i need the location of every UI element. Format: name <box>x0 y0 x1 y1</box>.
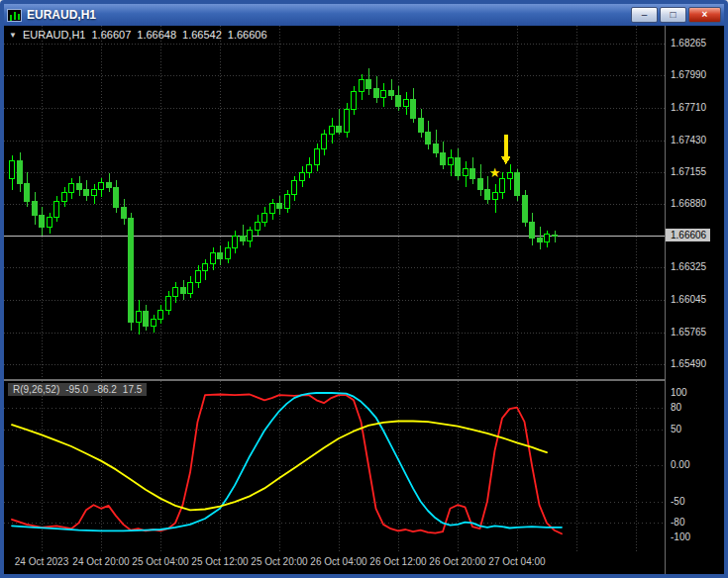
window-title: EURAUD,H1 <box>27 8 96 22</box>
grid-layer <box>4 381 665 551</box>
price-axis-label: 1.65490 <box>666 358 706 369</box>
price-axis-label: 1.65765 <box>666 327 706 337</box>
high-value: 1.66648 <box>137 29 176 41</box>
indicator-line-red <box>12 395 562 534</box>
main-price-pane[interactable]: ★ ▼ EURAUD,H1 1.66607 1.66648 1.66542 1.… <box>4 26 665 379</box>
indicator-line-cyan <box>12 393 562 530</box>
oscillator-axis-label: -80 <box>666 517 684 528</box>
price-axis-label: 1.67430 <box>666 135 706 145</box>
close-value: 1.66606 <box>228 29 267 41</box>
time-axis-label: 26 Oct 12:00 <box>369 556 426 567</box>
terminal-chart-window: EURAUD,H1 – □ × ★ ▼ EURAUD,H1 1.66607 1.… <box>0 0 728 578</box>
price-axis-label: 1.67155 <box>666 166 706 177</box>
indicator-value-1: -95.0 <box>65 384 88 395</box>
symbol-ohlc-label: ▼ EURAUD,H1 1.66607 1.66648 1.66542 1.66… <box>9 29 267 41</box>
close-button[interactable]: × <box>688 7 721 23</box>
symbol-period-label: EURAUD,H1 <box>23 29 86 41</box>
candlestick-chart: ★ <box>4 26 665 379</box>
open-value: 1.66607 <box>92 29 132 41</box>
indicator-value-3: 17.5 <box>123 384 142 395</box>
indicator-value-2: -86.2 <box>94 384 117 395</box>
oscillator-axis-label: 0.00 <box>666 459 689 470</box>
price-axis-label: 1.67710 <box>666 102 706 113</box>
price-axis-label: 1.68265 <box>666 38 706 48</box>
low-value: 1.66542 <box>182 29 222 41</box>
time-axis[interactable]: 24 Oct 202324 Oct 20:0025 Oct 04:0025 Oc… <box>4 551 665 574</box>
time-axis-label: 26 Oct 04:00 <box>310 556 366 567</box>
chevron-down-icon[interactable]: ▼ <box>9 31 17 40</box>
time-axis-label: 25 Oct 12:00 <box>191 556 248 567</box>
indicator-name: R(9,26,52) <box>13 384 59 395</box>
yellow-star[interactable]: ★ <box>489 165 501 180</box>
yellow-down-arrow[interactable] <box>501 135 511 164</box>
price-axis-label: 1.66880 <box>666 198 706 209</box>
time-axis-label: 24 Oct 20:00 <box>72 556 129 567</box>
minimize-button[interactable]: – <box>631 7 658 23</box>
oscillator-axis-label: 80 <box>666 402 681 413</box>
chart-window-icon <box>7 9 22 22</box>
price-axis-label: 1.67990 <box>666 69 706 80</box>
indicator-label: R(9,26,52) -95.0 -86.2 17.5 <box>8 383 147 396</box>
oscillator-axis-label: -100 <box>666 531 690 542</box>
price-axis-label: 1.66325 <box>666 261 706 272</box>
grid-layer <box>4 26 665 379</box>
time-axis-label: 27 Oct 04:00 <box>488 556 545 567</box>
oscillator-axis-label: 50 <box>666 424 681 434</box>
price-axis[interactable]: 1.66606 1.682651.679901.677101.674301.67… <box>665 26 724 574</box>
time-axis-label: 24 Oct 2023 <box>15 556 68 567</box>
price-axis-label: 1.66045 <box>666 294 706 305</box>
current-price-label: 1.66606 <box>666 229 710 241</box>
window-controls: – □ × <box>631 7 721 23</box>
oscillator-axis-label: -50 <box>666 496 684 507</box>
time-axis-label: 25 Oct 04:00 <box>132 556 188 567</box>
chart-area: ★ ▼ EURAUD,H1 1.66607 1.66648 1.66542 1.… <box>4 26 724 574</box>
maximize-button[interactable]: □ <box>660 7 686 23</box>
oscillator-axis-label: 100 <box>666 387 687 398</box>
titlebar[interactable]: EURAUD,H1 – □ × <box>4 4 724 26</box>
time-axis-label: 25 Oct 20:00 <box>251 556 307 567</box>
time-axis-label: 26 Oct 20:00 <box>429 556 485 567</box>
oscillator-chart <box>4 381 665 551</box>
indicator-pane[interactable]: R(9,26,52) -95.0 -86.2 17.5 <box>4 381 665 551</box>
